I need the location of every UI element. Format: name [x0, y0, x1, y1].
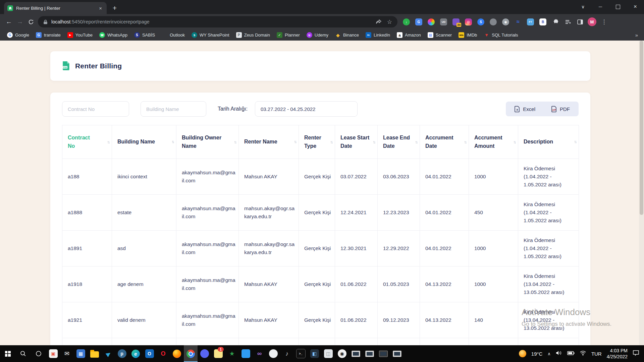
- column-header-contract-no[interactable]: Contract No↑↓: [62, 125, 112, 159]
- column-header-renter-name[interactable]: Renter Name↑↓: [239, 125, 299, 159]
- minimize-button[interactable]: ─: [592, 0, 609, 13]
- bookmarks-overflow-icon[interactable]: »: [635, 32, 640, 38]
- sort-arrows-icon[interactable]: ↑↓: [171, 139, 173, 144]
- music-app-icon[interactable]: ♪: [280, 345, 294, 362]
- battery-icon[interactable]: [567, 351, 575, 357]
- opera-app-icon[interactable]: O: [156, 345, 170, 362]
- terminal-app-icon[interactable]: >_: [294, 345, 308, 362]
- profile-avatar[interactable]: M: [586, 16, 598, 27]
- volume-icon[interactable]: [556, 350, 562, 357]
- tab-search-icon[interactable]: ∨: [574, 0, 592, 13]
- page-scrollbar[interactable]: [639, 41, 644, 345]
- sort-arrows-icon[interactable]: ↑↓: [234, 140, 236, 144]
- column-header-lease-end-date[interactable]: Lease End Date↑↓: [378, 125, 420, 159]
- bookmark-imdb[interactable]: IMDbIMDb: [455, 31, 480, 39]
- sort-arrows-icon[interactable]: ↑↓: [330, 140, 332, 144]
- bookmark-zeus-domain[interactable]: PZeus Domain: [233, 31, 273, 39]
- bookmark-linkedin[interactable]: inLinkedIn: [363, 31, 393, 39]
- paint-app-icon[interactable]: ◫: [321, 345, 335, 362]
- idm-icon[interactable]: ↓: [400, 16, 413, 27]
- shield-icon[interactable]: [487, 16, 499, 27]
- bookmark-planner[interactable]: ✓Planner: [274, 31, 303, 39]
- bookmark-amazon[interactable]: aAmazon: [394, 31, 424, 39]
- translate-ext-icon[interactable]: G: [413, 16, 425, 27]
- color-picker-icon[interactable]: [425, 16, 437, 27]
- cortana-icon[interactable]: [31, 345, 46, 362]
- calculator-app-icon[interactable]: ▦: [74, 345, 88, 362]
- ball-app-icon[interactable]: [266, 345, 280, 362]
- reload-button[interactable]: [25, 16, 37, 27]
- photos-app-icon[interactable]: ◧: [308, 345, 321, 362]
- sort-arrows-icon[interactable]: ↑↓: [464, 140, 466, 144]
- start-button[interactable]: [0, 345, 15, 362]
- excel-export-button[interactable]: x Excel: [513, 106, 537, 113]
- camera-icon[interactable]: ◉: [499, 16, 512, 27]
- column-header-lease-start-date[interactable]: Lease Start Date↑↓: [335, 125, 378, 159]
- football-app-icon[interactable]: ◉: [335, 345, 349, 362]
- column-header-accrument-date[interactable]: Accrument Date↑↓: [420, 125, 469, 159]
- language-indicator[interactable]: TUR: [591, 351, 602, 357]
- bookmark-wy-sharepoint[interactable]: sWY SharePoint: [189, 31, 232, 39]
- ud-shield-icon[interactable]: UD: [437, 16, 450, 27]
- bookmark-outlook[interactable]: Outlook: [159, 31, 188, 39]
- bookmark-youtube[interactable]: ▶YouTube: [64, 31, 96, 39]
- chrome-app-icon[interactable]: [184, 345, 198, 362]
- column-header-description[interactable]: Description↑↓: [518, 125, 579, 159]
- ft-icon[interactable]: FT: [524, 16, 537, 27]
- vscode-app-icon[interactable]: [239, 345, 253, 362]
- sort-arrows-icon[interactable]: ↑↓: [294, 139, 296, 144]
- sort-arrows-icon[interactable]: ↑↓: [373, 140, 375, 144]
- tab-close-icon[interactable]: ×: [98, 5, 103, 11]
- sort-arrows-icon[interactable]: ↑↓: [415, 140, 417, 144]
- close-button[interactable]: ×: [627, 0, 644, 13]
- pdf-export-button[interactable]: pdf PDF: [549, 106, 572, 113]
- column-header-building-name[interactable]: Building Name↑↓: [112, 125, 176, 159]
- bookmark-scanner[interactable]: ▤Scanner: [425, 31, 455, 39]
- weather-temp[interactable]: 19°C: [531, 351, 543, 357]
- column-header-building-owner-name[interactable]: Building Owner Name↑↓: [176, 125, 239, 159]
- browser-tab[interactable]: Renter Billing | Renter ×: [4, 2, 107, 14]
- bookmark-sabi-s[interactable]: SSABİS: [131, 31, 158, 39]
- firefox-app-icon[interactable]: [170, 345, 184, 362]
- browser-menu-icon[interactable]: ⋮: [598, 16, 610, 27]
- notes-app-icon[interactable]: ▣: [46, 345, 60, 362]
- telegram-app-icon[interactable]: ▶: [101, 345, 115, 362]
- file-explorer-icon[interactable]: [88, 345, 101, 362]
- column-header-renter-type[interactable]: Renter Type↑↓: [299, 125, 335, 159]
- sort-arrows-icon[interactable]: ↑↓: [513, 140, 515, 144]
- monitor-app-icon-3[interactable]: [376, 345, 390, 362]
- bookmark-sql-tutorials[interactable]: ▼SQL Tutorials: [481, 31, 521, 39]
- sharex-app-icon[interactable]: ★: [225, 345, 239, 362]
- forward-button[interactable]: →: [14, 16, 25, 27]
- scrollbar-thumb[interactable]: [640, 41, 643, 215]
- tray-chevron-icon[interactable]: ∧: [547, 351, 551, 356]
- monitor-app-icon-1[interactable]: [349, 345, 363, 362]
- purple-app-icon[interactable]: 34: [450, 16, 462, 27]
- bookmark-google[interactable]: GGoogle: [4, 31, 32, 39]
- taskbar-clock[interactable]: 4:03 PM 4/25/2022: [607, 348, 628, 360]
- taskbar-search-icon[interactable]: [15, 345, 31, 362]
- bookmark-whatsapp[interactable]: ☎WhatsApp: [96, 31, 130, 39]
- bookmark-binance[interactable]: ◆Binance: [332, 31, 362, 39]
- pgadmin-app-icon[interactable]: p: [115, 345, 129, 362]
- bitly-icon[interactable]: B: [537, 16, 549, 27]
- lock-icon[interactable]: [43, 19, 48, 24]
- wave-icon[interactable]: ≈: [512, 16, 524, 27]
- shazam-icon[interactable]: S: [475, 16, 487, 27]
- mail-app-icon[interactable]: ✉: [60, 345, 74, 362]
- new-tab-button[interactable]: +: [110, 3, 120, 13]
- sort-arrows-icon[interactable]: ↑↓: [107, 140, 109, 144]
- side-panel-icon[interactable]: [574, 16, 586, 27]
- visual-studio-app-icon[interactable]: ∞: [253, 345, 266, 362]
- date-range-input[interactable]: [255, 101, 358, 117]
- bookmark-star-icon[interactable]: ☆: [387, 18, 392, 25]
- outlook-app-icon[interactable]: O: [143, 345, 156, 362]
- monitor-app-icon-4[interactable]: [390, 345, 404, 362]
- share-icon[interactable]: [376, 19, 382, 24]
- address-bar[interactable]: localhost:5450/report/renterinvoicerepor…: [38, 16, 397, 27]
- back-button[interactable]: ←: [3, 16, 14, 27]
- action-center-icon[interactable]: [633, 350, 639, 357]
- bookmark-udemy[interactable]: uUdemy: [304, 31, 331, 39]
- weather-sun-icon[interactable]: [519, 350, 526, 357]
- bookmark-translate[interactable]: Gtranslate: [33, 31, 64, 39]
